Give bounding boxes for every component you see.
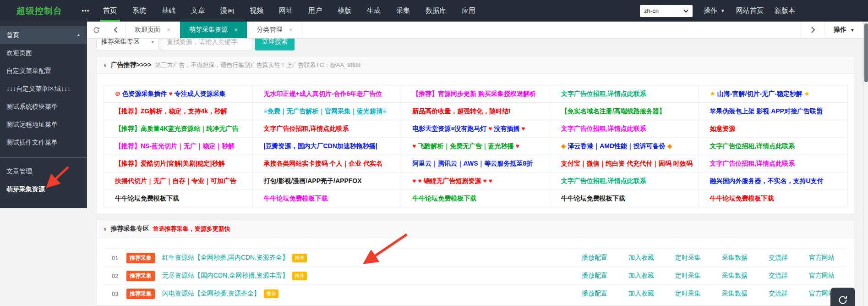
ad-link[interactable]: 文字广告位招租,详情点此联系 xyxy=(561,90,646,97)
ad-link[interactable]: 牛牛论坛免费模板下载 xyxy=(561,195,625,202)
sidebar-item-萌芽采集资源[interactable]: 萌芽采集资源 xyxy=(0,180,87,198)
floating-refresh-button[interactable] xyxy=(830,288,855,306)
ad-link[interactable]: 【推荐】爱酷切片|官解|美剧|稳定|秒解 xyxy=(115,160,225,167)
nav-new-version-link[interactable]: 新版本 xyxy=(775,6,795,15)
ad-link[interactable]: 文字广告位招租,详情点此联系 xyxy=(561,125,646,132)
action-link-采集数据[interactable]: 采集数据 xyxy=(722,254,748,262)
tab-欢迎页面[interactable]: 欢迎页面× xyxy=(126,22,180,38)
ad-link[interactable]: 文字广告位招租,详情点此联系 xyxy=(710,160,795,167)
action-link-播放配置[interactable]: 播放配置 xyxy=(582,289,607,298)
ad-link[interactable]: 打包/影视/漫画/APP壳子/APPFOX xyxy=(264,177,362,184)
action-link-加入收藏[interactable]: 加入收藏 xyxy=(628,254,654,262)
nav-more-icon[interactable]: ⋯ xyxy=(76,6,95,16)
sidebar-item-自定义菜单配置[interactable]: 自定义菜单配置 xyxy=(0,62,87,80)
sidebar-item-首页[interactable]: 首页▲ xyxy=(0,26,87,44)
tab-close-icon[interactable]: × xyxy=(167,26,170,33)
vertical-scrollbar-thumb[interactable] xyxy=(864,23,868,82)
ad-link[interactable]: 如意资源 xyxy=(710,125,735,132)
ad-link[interactable]: 【推荐】ZG解析，稳定，支持4k，秒解 xyxy=(115,107,227,115)
nav-item-用户[interactable]: 用户 xyxy=(300,0,330,22)
nav-item-生成[interactable]: 生成 xyxy=(359,0,388,22)
nav-item-模版[interactable]: 模版 xyxy=(330,0,359,22)
sidebar-item-测试插件文件菜单[interactable]: 测试插件文件菜单 xyxy=(0,134,87,151)
category-select[interactable]: 推荐采集专区 ▾ xyxy=(96,39,159,50)
sidebar-item-测试系统模块菜单[interactable]: 测试系统模块菜单 xyxy=(0,98,87,116)
ad-link[interactable]: 承接各类网站实卡接码 个人｜企业 代实名 xyxy=(264,160,383,167)
ad-link[interactable]: ♥ 飞酷解析｜免费无广告｜蓝光秒播 ♥ xyxy=(412,142,519,150)
ad-link[interactable]: 牛牛论坛免费模板下载 xyxy=(412,195,476,202)
action-link-采集数据[interactable]: 采集数据 xyxy=(722,272,748,280)
tab-scroll-right-button[interactable] xyxy=(801,22,824,38)
action-link-官方网站[interactable]: 官方网站 xyxy=(809,254,835,262)
resource-name-link[interactable]: 闪电资源站【全网秒播,资源齐全】 xyxy=(162,289,260,298)
tab-scroll-left-button[interactable] xyxy=(106,22,126,38)
nav-item-数据库[interactable]: 数据库 xyxy=(418,0,454,22)
collapse-caret-icon[interactable]: ∨ xyxy=(103,62,107,68)
ad-link[interactable]: ◆ 泽云香港｜AMD性能｜投诉可备份 ◆ xyxy=(561,142,672,150)
action-link-官方网站[interactable]: 官方网站 xyxy=(809,272,835,280)
search-input[interactable] xyxy=(162,39,252,50)
tab-action-dropdown[interactable]: 操作 ▼ xyxy=(824,22,863,38)
action-link-采集数据[interactable]: 采集数据 xyxy=(722,289,748,298)
nav-item-基础[interactable]: 基础 xyxy=(154,0,183,22)
action-link-播放配置[interactable]: 播放配置 xyxy=(582,272,607,280)
ad-link[interactable]: 新品高价收量，超强转化，随时结! xyxy=(412,107,511,115)
search-button[interactable]: 立即搜索 xyxy=(255,39,295,50)
ad-link[interactable]: 文字广告位招租,详情点此联系 xyxy=(264,125,349,132)
ad-link[interactable]: 扶摇代切片｜无广｜自存｜专业｜可加广告 xyxy=(115,177,236,184)
action-link-播放配置[interactable]: 播放配置 xyxy=(582,254,607,262)
tab-refresh-button[interactable] xyxy=(87,22,106,38)
action-link-加入收藏[interactable]: 加入收藏 xyxy=(628,272,654,280)
tab-close-icon[interactable]: × xyxy=(289,26,292,33)
action-link-定时采集[interactable]: 定时采集 xyxy=(675,272,701,280)
ad-link[interactable]: 【免实名域名注册/高端线路服务器】 xyxy=(561,107,666,115)
tab-萌芽采集资源[interactable]: 萌芽采集资源× xyxy=(180,22,247,38)
resource-name-link[interactable]: 无尽资源站【国内CDN,全网秒播,资源丰富】 xyxy=(162,272,289,280)
ad-link[interactable]: ★ 山海-官解/切片-无广-稳定秒解 ★ xyxy=(710,90,810,97)
sidebar-item-欢迎页面[interactable]: 欢迎页面 xyxy=(0,44,87,62)
nav-item-漫画[interactable]: 漫画 xyxy=(213,0,242,22)
ad-link[interactable]: ≡免费｜无广告解析｜官网采集｜蓝光超清≡ xyxy=(264,107,386,115)
ad-link[interactable]: 【推荐】高质量4K蓝光资源站｜纯净无广告 xyxy=(115,125,239,132)
nav-item-采集[interactable]: 采集 xyxy=(388,0,418,22)
nav-item-视频[interactable]: 视频 xyxy=(242,0,271,22)
action-link-加入收藏[interactable]: 加入收藏 xyxy=(628,289,654,298)
ad-link[interactable]: 支付宝｜微信｜纯白资 代充代付｜固码 时效码 xyxy=(561,160,693,167)
ad-link[interactable]: 牛牛论坛免费模板下载 xyxy=(264,195,328,202)
nav-site-home-link[interactable]: 网站首页 xyxy=(736,6,764,15)
action-link-定时采集[interactable]: 定时采集 xyxy=(675,289,701,298)
tab-分类管理[interactable]: 分类管理× xyxy=(247,22,302,38)
ad-link[interactable]: 苹果伪装包上架 影视 APP对接广告联盟 xyxy=(710,107,823,115)
ad-link[interactable]: 牛牛论坛免费模板下载 xyxy=(115,195,179,202)
sidebar-item-↓↓↓自定义菜单区域↓↓↓[interactable]: ↓↓↓自定义菜单区域↓↓↓ xyxy=(0,80,87,98)
ad-link[interactable]: 阿里云｜腾讯云｜AWS｜等云服务抵至8折 xyxy=(412,160,533,167)
ad-link[interactable]: |豆瓣资源，国内大厂CDN加速秒拖秒播| xyxy=(264,142,377,150)
resource-name-link[interactable]: 红牛资源站【全网秒播,国内CDN,资源齐全】 xyxy=(162,254,289,262)
language-select[interactable]: zh-cn xyxy=(640,5,693,17)
nav-item-应用[interactable]: 应用 xyxy=(454,0,483,22)
ad-link[interactable]: 无水印正规+成人真切片-合作6年老广告位 xyxy=(264,90,382,97)
collapse-caret-icon[interactable]: ∨ xyxy=(103,226,107,232)
nav-action-dropdown[interactable]: 操作 ▼ xyxy=(704,6,725,15)
nav-item-网址[interactable]: 网址 xyxy=(271,0,300,22)
nav-item-文章[interactable]: 文章 xyxy=(183,0,213,22)
sidebar-item-文章管理[interactable]: 文章管理 xyxy=(0,162,87,180)
ad-link[interactable]: 【推荐】NS-蓝光切片｜无广｜稳定｜秒解 xyxy=(115,142,235,150)
action-link-交流群[interactable]: 交流群 xyxy=(769,272,788,280)
action-link-交流群[interactable]: 交流群 xyxy=(769,289,788,298)
nav-item-首页[interactable]: 首页 xyxy=(95,0,125,22)
action-link-定时采集[interactable]: 定时采集 xyxy=(675,254,701,262)
ad-link[interactable]: ⊘ 色资源采集插件 ♥ 专注成人资源采集 xyxy=(115,90,226,97)
sidebar-item-测试远程地址菜单[interactable]: 测试远程地址菜单 xyxy=(0,116,87,134)
tab-close-icon[interactable]: × xyxy=(234,26,238,33)
ad-link[interactable]: 牛牛论坛免费模板下载 xyxy=(710,195,774,202)
nav-item-系统[interactable]: 系统 xyxy=(125,0,154,22)
action-link-交流群[interactable]: 交流群 xyxy=(769,254,788,262)
ad-link[interactable]: ♥ ♥ 锦鲤无广告短剧资源 ♥ ♥ xyxy=(412,177,492,184)
ad-link[interactable]: 文字广告位招租,详情点此联系 xyxy=(710,142,795,150)
ad-link[interactable]: 电影天堂资源≡没有跑马灯 ♥ 没有插播 ♥ xyxy=(412,125,525,132)
ad-link[interactable]: 融兴国内外服务器，不实名，支持U支付 xyxy=(710,177,823,184)
ad-link[interactable]: 文字广告位招租,详情点此联系 xyxy=(561,177,646,184)
ad-link[interactable]: 【推荐】官源同步更新 购买采集授权送解析 xyxy=(412,90,536,97)
vertical-scrollbar-track[interactable] xyxy=(863,22,868,306)
